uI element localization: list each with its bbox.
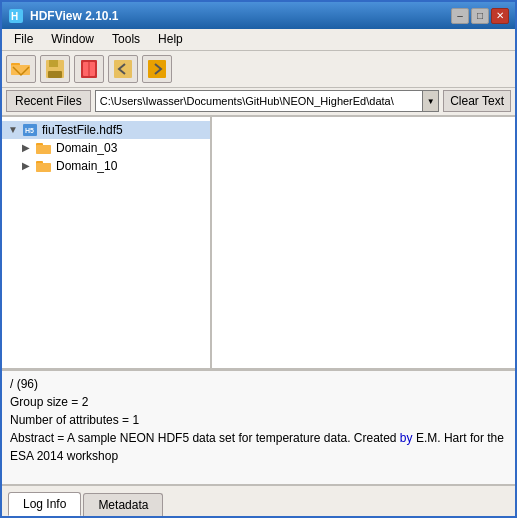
folder-icon-2 xyxy=(36,160,52,172)
toolbar-open-button[interactable] xyxy=(6,55,36,83)
tree-expand-icon: ▼ xyxy=(8,124,18,135)
svg-rect-20 xyxy=(36,163,51,172)
info-panel: / (96) Group size = 2 Number of attribut… xyxy=(2,370,515,485)
clear-text-button[interactable]: Clear Text xyxy=(443,90,511,112)
toolbar xyxy=(2,51,515,88)
path-text: C:\Users\Iwasser\Documents\GitHub\NEON_H… xyxy=(96,95,422,107)
tree-item-label-root: fiuTestFile.hdf5 xyxy=(42,123,123,137)
path-input-container: C:\Users\Iwasser\Documents\GitHub\NEON_H… xyxy=(95,90,439,112)
prev-icon xyxy=(112,58,134,80)
info-abstract-label: Abstract = A sample NEON HDF5 data set f… xyxy=(10,431,400,445)
file-tree: ▼ H5 fiuTestFile.hdf5 ▶ Domain_03 ▶ xyxy=(2,117,212,368)
bottom-tabs: Log Info Metadata xyxy=(2,485,515,516)
menu-bar: File Window Tools Help xyxy=(2,29,515,50)
open-folder-icon xyxy=(10,58,32,80)
path-dropdown-button[interactable]: ▼ xyxy=(422,90,438,112)
title-bar: H HDFView 2.10.1 – □ ✕ xyxy=(2,2,515,29)
info-line-4: Abstract = A sample NEON HDF5 data set f… xyxy=(10,429,507,465)
book-icon xyxy=(78,58,100,80)
hdf5-file-icon: H5 xyxy=(22,123,38,137)
folder-icon-1 xyxy=(36,142,52,154)
title-bar-controls: – □ ✕ xyxy=(451,8,509,24)
save-icon xyxy=(44,58,66,80)
tree-item-domain03[interactable]: ▶ Domain_03 xyxy=(2,139,210,157)
window-title: HDFView 2.10.1 xyxy=(30,9,119,23)
main-window: H HDFView 2.10.1 – □ ✕ File Window Tools… xyxy=(0,0,517,518)
menu-window[interactable]: Window xyxy=(43,30,102,48)
minimize-button[interactable]: – xyxy=(451,8,469,24)
toolbar-save-button[interactable] xyxy=(40,55,70,83)
svg-rect-11 xyxy=(114,60,132,78)
tree-item-domain10[interactable]: ▶ Domain_10 xyxy=(2,157,210,175)
content-panel xyxy=(212,117,515,368)
tree-expand-icon-2: ▶ xyxy=(22,142,32,153)
svg-text:H5: H5 xyxy=(25,127,34,134)
tree-item-label-domain10: Domain_10 xyxy=(56,159,117,173)
toolbar-book-button[interactable] xyxy=(74,55,104,83)
main-content: ▼ H5 fiuTestFile.hdf5 ▶ Domain_03 ▶ xyxy=(2,117,515,370)
info-line-1: / (96) xyxy=(10,375,507,393)
toolbar-prev-button[interactable] xyxy=(108,55,138,83)
tree-expand-icon-3: ▶ xyxy=(22,160,32,171)
tab-log-info[interactable]: Log Info xyxy=(8,492,81,516)
app-icon: H xyxy=(8,8,24,24)
svg-rect-7 xyxy=(48,71,62,78)
tree-item-root[interactable]: ▼ H5 fiuTestFile.hdf5 xyxy=(2,121,210,139)
menu-help[interactable]: Help xyxy=(150,30,191,48)
svg-rect-6 xyxy=(49,60,58,67)
tab-metadata[interactable]: Metadata xyxy=(83,493,163,516)
info-line-3: Number of attributes = 1 xyxy=(10,411,507,429)
next-icon xyxy=(146,58,168,80)
menu-tools[interactable]: Tools xyxy=(104,30,148,48)
maximize-button[interactable]: □ xyxy=(471,8,489,24)
title-bar-left: H HDFView 2.10.1 xyxy=(8,8,119,24)
dropdown-arrow-icon: ▼ xyxy=(427,97,435,106)
recent-files-button[interactable]: Recent Files xyxy=(6,90,91,112)
tree-item-label-domain03: Domain_03 xyxy=(56,141,117,155)
toolbar-next-button[interactable] xyxy=(142,55,172,83)
address-bar: Recent Files C:\Users\Iwasser\Documents\… xyxy=(2,88,515,117)
info-line-2: Group size = 2 xyxy=(10,393,507,411)
close-button[interactable]: ✕ xyxy=(491,8,509,24)
svg-text:H: H xyxy=(11,11,18,22)
svg-rect-17 xyxy=(36,145,51,154)
svg-rect-12 xyxy=(148,60,166,78)
menu-file[interactable]: File xyxy=(6,30,41,48)
info-by-label: by xyxy=(400,431,413,445)
